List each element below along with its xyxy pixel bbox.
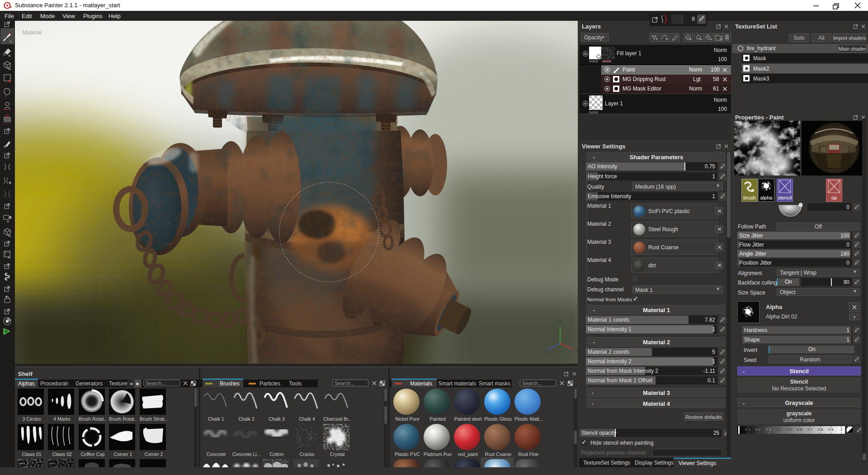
svg-text:0.1: 0.1 <box>745 428 750 432</box>
svg-text:1: 1 <box>840 428 843 432</box>
svg-text:0.3: 0.3 <box>766 428 771 432</box>
svg-text:0.7: 0.7 <box>807 428 813 432</box>
svg-text:0.6: 0.6 <box>797 428 802 432</box>
svg-text:Y: Y <box>558 319 562 325</box>
svg-text:0.4: 0.4 <box>776 428 782 432</box>
svg-text:0.5: 0.5 <box>787 428 792 432</box>
svg-text:Material: Material <box>23 29 42 36</box>
svg-text:Z: Z <box>544 349 547 354</box>
svg-text:0.8: 0.8 <box>818 428 823 432</box>
svg-text:0.9: 0.9 <box>828 428 834 432</box>
svg-text:0.2: 0.2 <box>755 428 761 432</box>
svg-text:X: X <box>576 349 578 354</box>
